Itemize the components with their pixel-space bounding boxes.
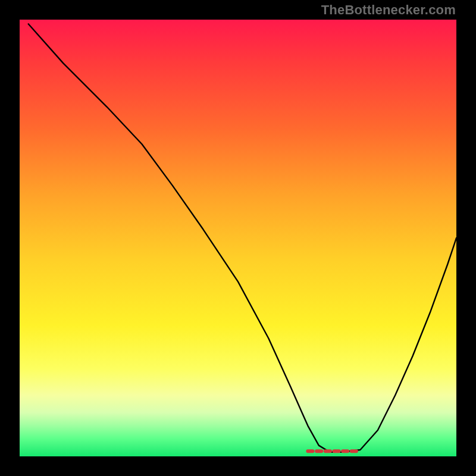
plot-area <box>20 20 456 456</box>
chart-container: TheBottlenecker.com <box>0 0 476 476</box>
curve-path <box>29 24 456 452</box>
chart-svg <box>20 20 456 456</box>
watermark-text: TheBottlenecker.com <box>321 2 456 18</box>
